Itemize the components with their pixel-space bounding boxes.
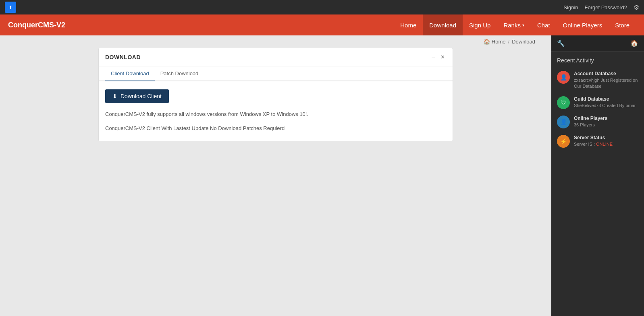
server-status-value: ONLINE — [596, 142, 613, 147]
activity-title-server: Server Status — [574, 135, 638, 140]
right-sidebar: 🔧 🏠 Recent Activity 👤 Account Database z… — [551, 35, 644, 316]
activity-avatar-server: ⚡ — [557, 135, 570, 148]
breadcrumb: 🏠 Home / Download — [8, 35, 543, 48]
download-card-title: DOWNLOAD — [105, 54, 141, 60]
minimize-button[interactable]: − — [430, 53, 436, 61]
person-icon: 👤 — [560, 74, 567, 81]
activity-text-online: Online Players 36 Players — [574, 116, 638, 128]
nav-link-store[interactable]: Store — [609, 14, 636, 35]
activity-text-account: Account Database zxsacrcvhjgh Just Regis… — [574, 71, 638, 90]
activity-desc-account: zxsacrcvhjgh Just Registered on Our Data… — [574, 77, 638, 90]
download-client-button[interactable]: ⬇ Download Client — [105, 89, 169, 103]
breadcrumb-home-link[interactable]: Home — [492, 39, 506, 45]
activity-item-account: 👤 Account Database zxsacrcvhjgh Just Reg… — [551, 68, 644, 93]
download-card: DOWNLOAD − × Client Download Patch Downl… — [98, 48, 453, 141]
activity-avatar-account: 👤 — [557, 71, 570, 84]
nav-item-store: Store — [609, 14, 636, 35]
activity-desc-guild: SheBelivedx3 Created By omar — [574, 103, 638, 109]
nav-link-online-players[interactable]: Online Players — [557, 14, 609, 35]
download-info-text1: ConquerCMS-V2 fully supports all windows… — [105, 110, 446, 119]
activity-avatar-online: 👤 — [557, 116, 570, 128]
download-card-body: ⬇ Download Client ConquerCMS-V2 fully su… — [99, 81, 453, 141]
nav-item-download: Download — [423, 14, 463, 35]
tab-bar: Client Download Patch Download — [99, 66, 453, 81]
nav-link-chat[interactable]: Chat — [531, 14, 557, 35]
main-layout: 🏠 Home / Download DOWNLOAD − × Client Do… — [0, 35, 644, 316]
players-icon: 👤 — [560, 119, 567, 125]
navbar: ConquerCMS-V2 Home Download Sign Up Rank… — [0, 14, 644, 35]
shield-icon: 🛡 — [561, 99, 566, 106]
breadcrumb-separator: / — [508, 39, 510, 45]
nav-item-home: Home — [394, 14, 423, 35]
facebook-icon[interactable]: f — [5, 2, 16, 13]
content-area: 🏠 Home / Download DOWNLOAD − × Client Do… — [0, 35, 551, 316]
server-status-prefix: Server IS : — [574, 142, 596, 147]
home-icon: 🏠 — [484, 39, 490, 45]
download-card-controls: − × — [430, 53, 446, 61]
ranks-caret-icon: ▾ — [522, 23, 524, 27]
share-icon[interactable]: ⚙ — [634, 4, 639, 11]
sidebar-home-icon[interactable]: 🏠 — [630, 39, 638, 47]
sidebar-wrench-icon[interactable]: 🔧 — [557, 39, 565, 47]
activity-desc-online: 36 Players — [574, 122, 638, 128]
activity-desc-server: Server IS : ONLINE — [574, 141, 638, 147]
activity-item-online: 👤 Online Players 36 Players — [551, 112, 644, 132]
activity-title-guild: Guild Database — [574, 96, 638, 102]
activity-text-server: Server Status Server IS : ONLINE — [574, 135, 638, 147]
activity-title-online: Online Players — [574, 116, 638, 121]
ranks-dropdown-label: Ranks ▾ — [503, 22, 524, 29]
activity-text-guild: Guild Database SheBelivedx3 Created By o… — [574, 96, 638, 109]
top-bar-left: f — [5, 2, 16, 13]
nav-item-chat: Chat — [531, 14, 557, 35]
recent-activity-title: Recent Activity — [551, 52, 644, 68]
power-icon: ⚡ — [560, 138, 567, 145]
tab-patch-download[interactable]: Patch Download — [155, 66, 204, 81]
download-card-header: DOWNLOAD − × — [99, 48, 453, 66]
activity-title-account: Account Database — [574, 71, 638, 76]
sidebar-top-icons: 🔧 🏠 — [551, 35, 644, 52]
navbar-brand[interactable]: ConquerCMS-V2 — [8, 21, 65, 29]
activity-item-guild: 🛡 Guild Database SheBelivedx3 Created By… — [551, 93, 644, 112]
close-button[interactable]: × — [439, 53, 446, 61]
nav-item-ranks: Ranks ▾ — [497, 14, 531, 35]
breadcrumb-current: Download — [512, 39, 535, 45]
nav-link-download[interactable]: Download — [423, 14, 463, 35]
nav-link-signup[interactable]: Sign Up — [463, 14, 497, 35]
top-bar-right: Signin Forget Password? ⚙ — [563, 4, 639, 11]
nav-link-ranks[interactable]: Ranks ▾ — [497, 14, 531, 35]
top-bar: f Signin Forget Password? ⚙ — [0, 0, 644, 14]
activity-avatar-guild: 🛡 — [557, 96, 570, 109]
nav-link-home[interactable]: Home — [394, 14, 423, 35]
tab-client-download[interactable]: Client Download — [105, 66, 155, 81]
download-arrow-icon: ⬇ — [112, 93, 117, 99]
nav-item-online-players: Online Players — [557, 14, 609, 35]
download-button-label: Download Client — [120, 93, 162, 99]
nav-item-signup: Sign Up — [463, 14, 497, 35]
forgot-password-link[interactable]: Forget Password? — [585, 4, 627, 10]
download-info-text2: ConquerCMS-V2 Client With Lastest Update… — [105, 124, 446, 133]
signin-link[interactable]: Signin — [563, 4, 578, 10]
navbar-nav: Home Download Sign Up Ranks ▾ Chat Onlin… — [394, 14, 636, 35]
activity-item-server: ⚡ Server Status Server IS : ONLINE — [551, 132, 644, 151]
